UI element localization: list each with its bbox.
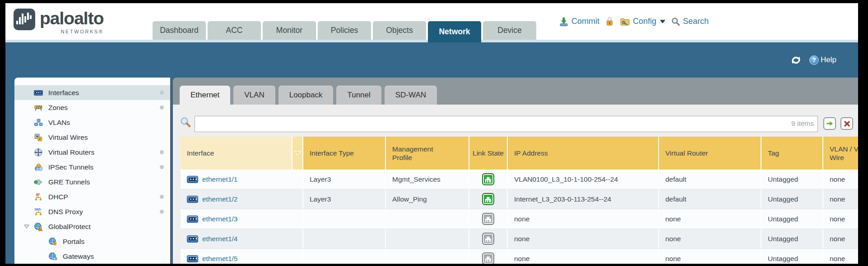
interface-link[interactable]: ethernet1/5: [202, 255, 237, 263]
sidebar-item-portals[interactable]: Portals: [14, 234, 170, 249]
globalprotect-icon: [34, 222, 43, 231]
sidebar-item-label: GRE Tunnels: [48, 178, 90, 186]
cell-ip-address: VLAN0100_L3_10-1-100-254--24: [508, 170, 659, 189]
interface-sort-dropdown[interactable]: [292, 137, 303, 170]
red-x-icon: [843, 120, 851, 128]
search-icon: [671, 17, 680, 26]
sidebar-item-virtual-wires[interactable]: Virtual Wires: [14, 130, 170, 145]
interface-link[interactable]: ethernet1/1: [202, 175, 237, 183]
cell-vlan-wire: none: [823, 170, 858, 189]
interface-link[interactable]: ethernet1/3: [202, 215, 237, 223]
gre-tunnels-icon: [34, 178, 43, 187]
sidebar-item-vlans[interactable]: VLANs: [14, 115, 170, 130]
refresh-icon[interactable]: [790, 55, 802, 65]
column-header-tag[interactable]: Tag: [761, 137, 823, 170]
sidebar-item-gre-tunnels[interactable]: GRE Tunnels: [14, 174, 170, 189]
sub-header-band: ? Help: [5, 42, 858, 78]
table-row: ethernet1/5 none none Untagged none: [181, 249, 858, 264]
tab-loopback[interactable]: Loopback: [279, 86, 334, 105]
sidebar-item-gateways[interactable]: Gateways: [14, 249, 170, 264]
status-dot: [160, 195, 164, 199]
tab-device[interactable]: Device: [483, 21, 536, 40]
cell-interface-type: Layer3: [303, 170, 386, 189]
link-up-icon: [482, 193, 494, 205]
app-window: paloalto NETWORKS® Dashboard ACC Monitor…: [5, 3, 858, 264]
tab-ethernet[interactable]: Ethernet: [180, 86, 230, 105]
sidebar-item-globalprotect[interactable]: GlobalProtect: [14, 219, 170, 234]
filter-input[interactable]: [195, 116, 818, 132]
column-header-ip-address[interactable]: IP Address: [508, 137, 659, 170]
cell-vlan-wire: none: [823, 189, 858, 209]
sidebar-item-ipsec-tunnels[interactable]: IPSec Tunnels: [14, 160, 170, 174]
cell-interface-type: [303, 249, 386, 264]
tab-objects[interactable]: Objects: [373, 21, 426, 40]
tab-policies[interactable]: Policies: [318, 21, 371, 40]
cell-management-profile: [386, 249, 469, 264]
apply-filter-button[interactable]: [823, 117, 836, 130]
cell-vlan-wire: none: [823, 249, 858, 264]
column-header-interface-type[interactable]: Interface Type: [303, 137, 386, 170]
column-header-interface[interactable]: Interface: [181, 137, 292, 170]
chevron-down-icon[interactable]: [660, 20, 665, 23]
sidebar-item-label: DHCP: [48, 193, 68, 201]
help-label: Help: [821, 55, 836, 64]
commit-button[interactable]: Commit: [559, 17, 599, 27]
cell-virtual-router: default: [659, 189, 761, 209]
status-dot: [160, 91, 164, 95]
sidebar-item-zones[interactable]: Zones: [14, 100, 170, 115]
gateways-icon: [48, 252, 57, 261]
cell-link-state: [469, 189, 508, 209]
cell-management-profile: [386, 209, 469, 229]
tab-sdwan[interactable]: SD-WAN: [385, 86, 437, 105]
sidebar: Interfaces Zones VLANs: [14, 78, 172, 264]
lock-icon[interactable]: [605, 17, 614, 26]
cell-tag: Untagged: [761, 209, 823, 229]
column-header-link-state[interactable]: Link State: [469, 137, 508, 170]
cell-interface: ethernet1/2: [181, 189, 303, 209]
config-label: Config: [633, 17, 656, 26]
tab-tunnel[interactable]: Tunnel: [336, 86, 381, 105]
sidebar-item-dns-proxy[interactable]: DNS DNS Proxy: [14, 204, 170, 219]
table-row: ethernet1/3 none none Untagged none: [181, 209, 858, 229]
interface-icon: [187, 235, 198, 243]
table-row: ethernet1/2 Layer3 Allow_Ping Internet_L…: [181, 189, 858, 209]
interfaces-icon: [34, 88, 43, 97]
tab-vlan[interactable]: VLAN: [233, 86, 275, 105]
table-header: Interface Interface Type Management Prof…: [181, 137, 858, 170]
tab-network[interactable]: Network: [428, 21, 481, 42]
cell-link-state: [469, 249, 508, 264]
expand-triangle-icon[interactable]: [23, 224, 30, 229]
interface-icon: [187, 216, 198, 223]
config-menu[interactable]: Config: [620, 17, 665, 26]
search-button[interactable]: Search: [671, 17, 709, 26]
cell-ip-address: none: [508, 209, 659, 229]
sidebar-item-label: Virtual Wires: [48, 133, 88, 142]
sidebar-item-virtual-routers[interactable]: Virtual Routers: [14, 145, 170, 160]
sidebar-item-label: Virtual Routers: [48, 148, 94, 156]
sidebar-item-label: Interfaces: [48, 89, 79, 97]
clear-filter-button[interactable]: [840, 117, 853, 130]
tab-acc[interactable]: ACC: [208, 21, 261, 40]
cell-vlan-wire: none: [823, 209, 858, 229]
zones-icon: [34, 103, 43, 112]
column-header-vlan-wire[interactable]: VLAN / Virtual Wire: [823, 137, 858, 170]
cell-tag: Untagged: [761, 229, 823, 248]
help-button[interactable]: ? Help: [809, 55, 836, 65]
sidebar-item-dhcp[interactable]: IP DHCP: [14, 189, 170, 204]
column-header-virtual-router[interactable]: Virtual Router: [659, 137, 761, 170]
cell-vlan-wire: none: [823, 229, 858, 248]
interface-type-tabs: Ethernet VLAN Loopback Tunnel SD-WAN: [180, 86, 437, 105]
tab-dashboard[interactable]: Dashboard: [153, 21, 206, 40]
interface-link[interactable]: ethernet1/4: [202, 235, 237, 243]
status-dot: [160, 165, 164, 169]
interface-link[interactable]: ethernet1/2: [202, 195, 237, 203]
tab-monitor[interactable]: Monitor: [263, 21, 316, 40]
sidebar-item-interfaces[interactable]: Interfaces: [14, 85, 170, 100]
sidebar-item-label: GlobalProtect: [48, 223, 91, 231]
cell-ip-address: none: [508, 249, 659, 264]
column-header-management-profile[interactable]: Management Profile: [386, 137, 469, 170]
virtual-routers-icon: [34, 148, 43, 157]
link-down-icon: [482, 252, 494, 264]
cell-interface: ethernet1/4: [181, 229, 303, 248]
cell-ip-address: none: [508, 229, 659, 248]
